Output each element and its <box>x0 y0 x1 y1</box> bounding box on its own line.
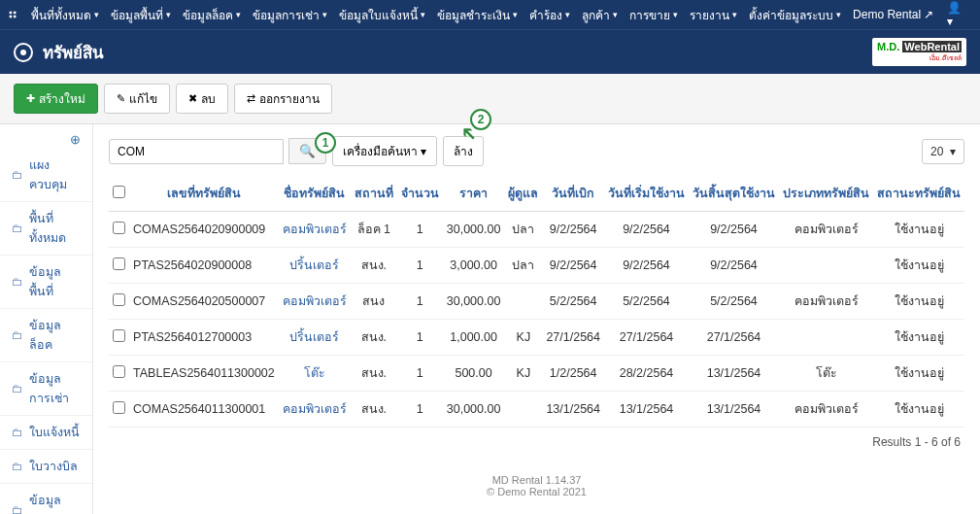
target-icon <box>14 43 33 62</box>
sidebar-item[interactable]: 🗀แผงควบคุม <box>0 149 92 202</box>
col-header[interactable]: สถานะทรัพย์สิน <box>873 176 964 212</box>
cell-type: คอมพิวเตอร์ <box>779 392 873 428</box>
joomla-icon <box>8 8 17 21</box>
cell-date3: 27/1/2564 <box>689 320 779 356</box>
col-header[interactable]: เลขที่ทรัพย์สิน <box>129 176 279 212</box>
cell-asset-name[interactable]: ปริ้นเตอร์ <box>279 320 351 356</box>
search-tools-button[interactable]: เครื่องมือค้นหา ▾ <box>332 136 437 166</box>
sidebar-item[interactable]: 🗀ข้อมูลชำระเงิน <box>0 484 92 514</box>
cell-keeper <box>504 284 542 320</box>
col-header[interactable]: ประเภททรัพย์สิน <box>779 176 873 212</box>
nav-item[interactable]: ข้อมูลพื้นที่▾ <box>105 6 177 24</box>
cell-date3: 9/2/2564 <box>689 248 779 284</box>
row-checkbox[interactable] <box>113 329 125 342</box>
cell-keeper: ปลา <box>504 212 542 248</box>
cell-asset-name[interactable]: โต๊ะ <box>279 356 351 392</box>
nav-item[interactable]: ข้อมูลล็อค▾ <box>177 6 247 24</box>
table-row: PTAS2564012700003ปริ้นเตอร์สนง.11,000.00… <box>109 320 964 356</box>
cell-asset-no: PTAS2564012700003 <box>129 320 279 356</box>
folder-icon: 🗀 <box>12 222 23 235</box>
col-header[interactable]: ผู้ดูแล <box>504 176 542 212</box>
select-all-checkbox[interactable] <box>113 186 125 198</box>
cell-date3: 13/1/2564 <box>689 356 779 392</box>
nav-item[interactable]: พื้นที่ทั้งหมด▾ <box>25 6 105 24</box>
col-header[interactable]: ชื่อทรัพย์สิน <box>279 176 351 212</box>
col-header[interactable]: จำนวน <box>397 176 443 212</box>
cell-status: ใช้งานอยู่ <box>873 392 964 428</box>
cell-date3: 9/2/2564 <box>689 212 779 248</box>
cell-keeper: KJ <box>504 320 542 356</box>
sidebar-item[interactable]: 🗀ข้อมูลการเช่า <box>0 362 92 416</box>
cell-date2: 27/1/2564 <box>604 320 689 356</box>
nav-item[interactable]: คำร้อง▾ <box>524 6 576 24</box>
nav-item[interactable]: ตั้งค่าข้อมูลระบบ▾ <box>743 6 847 24</box>
delete-button[interactable]: ✖ลบ <box>176 84 228 114</box>
cell-date2: 13/1/2564 <box>604 392 689 428</box>
nav-item[interactable]: การขาย▾ <box>624 6 684 24</box>
callout-2: 2 <box>470 109 491 130</box>
col-header[interactable]: ราคา <box>443 176 505 212</box>
title-bar: ทรัพย์สิน M.D. WebRental เอ็ม.ดีเซลล์ <box>0 29 980 74</box>
nav-item[interactable]: ข้อมูลชำระเงิน▾ <box>431 6 524 24</box>
nav-item[interactable]: รายงาน▾ <box>684 6 743 24</box>
col-header[interactable]: วันที่เบิก <box>542 176 604 212</box>
cell-date3: 13/1/2564 <box>689 392 779 428</box>
nav-item[interactable]: ลูกค้า▾ <box>576 6 624 24</box>
cell-location: สนง <box>351 284 397 320</box>
new-button[interactable]: ✚สร้างใหม่ <box>14 84 98 114</box>
cell-location: สนง. <box>351 356 397 392</box>
cell-status: ใช้งานอยู่ <box>873 284 964 320</box>
cell-asset-no: COMAS2564020900009 <box>129 212 279 248</box>
user-menu[interactable]: 👤 ▾ <box>939 1 972 28</box>
plus-icon: ✚ <box>26 92 35 105</box>
row-checkbox[interactable] <box>113 401 125 414</box>
row-checkbox[interactable] <box>113 293 125 306</box>
cell-price: 30,000.00 <box>443 284 505 320</box>
cell-asset-name[interactable]: ปริ้นเตอร์ <box>279 248 351 284</box>
sidebar-item[interactable]: 🗀ข้อมูลล็อค <box>0 309 92 362</box>
main-content: 1 2 ➔ 🔍 เครื่องมือค้นหา ▾ ล้าง 20 ▾ เลขท… <box>93 124 980 514</box>
cell-date1: 9/2/2564 <box>542 248 604 284</box>
filter-bar: 🔍 เครื่องมือค้นหา ▾ ล้าง 20 ▾ <box>109 136 964 166</box>
sidebar-item[interactable]: 🗀ใบวางบิล <box>0 450 92 484</box>
col-header[interactable]: สถานที่ <box>351 176 397 212</box>
row-checkbox[interactable] <box>113 365 125 378</box>
row-checkbox[interactable] <box>113 257 125 270</box>
site-link[interactable]: Demo Rental ↗ <box>847 8 939 21</box>
page-title: ทรัพย์สิน <box>43 39 104 65</box>
row-checkbox[interactable] <box>113 222 125 234</box>
cell-asset-name[interactable]: คอมพิวเตอร์ <box>279 212 351 248</box>
col-header[interactable]: วันที่เริ่มใช้งาน <box>604 176 689 212</box>
export-button[interactable]: ⇄ออกรายงาน <box>234 84 332 114</box>
sidebar-item[interactable]: 🗀ใบแจ้งหนี้ <box>0 416 92 450</box>
footer-copyright: © Demo Rental 2021 <box>109 486 964 497</box>
cell-type <box>779 248 873 284</box>
top-nav: พื้นที่ทั้งหมด▾ข้อมูลพื้นที่▾ข้อมูลล็อค▾… <box>0 0 980 29</box>
cell-price: 3,000.00 <box>443 248 505 284</box>
edit-button[interactable]: ✎แก้ไข <box>104 84 170 114</box>
cell-asset-no: PTAS2564020900008 <box>129 248 279 284</box>
cell-date1: 5/2/2564 <box>542 284 604 320</box>
cell-keeper: KJ <box>504 356 542 392</box>
folder-icon: 🗀 <box>12 460 23 473</box>
nav-item[interactable]: ข้อมูลใบแจ้งหนี้▾ <box>333 6 431 24</box>
cell-date2: 5/2/2564 <box>604 284 689 320</box>
cell-asset-no: COMAS2564011300001 <box>129 392 279 428</box>
cell-asset-name[interactable]: คอมพิวเตอร์ <box>279 392 351 428</box>
sidebar-item[interactable]: 🗀ข้อมูลพื้นที่ <box>0 256 92 309</box>
search-input[interactable] <box>109 139 284 164</box>
cell-type: คอมพิวเตอร์ <box>779 212 873 248</box>
nav-item[interactable]: ข้อมูลการเช่า▾ <box>247 6 333 24</box>
cell-type <box>779 320 873 356</box>
table-row: COMAS2564020500007คอมพิวเตอร์สนง130,000.… <box>109 284 964 320</box>
assets-table: เลขที่ทรัพย์สินชื่อทรัพย์สินสถานที่จำนวน… <box>109 176 964 428</box>
cell-status: ใช้งานอยู่ <box>873 356 964 392</box>
col-header[interactable]: วันสิ้นสุดใช้งาน <box>689 176 779 212</box>
folder-icon: 🗀 <box>12 426 23 439</box>
sidebar-collapse[interactable]: ⊕ <box>0 130 92 149</box>
limit-select[interactable]: 20 ▾ <box>922 139 964 164</box>
cell-asset-name[interactable]: คอมพิวเตอร์ <box>279 284 351 320</box>
cell-qty: 1 <box>397 320 443 356</box>
cell-price: 30,000.00 <box>443 212 505 248</box>
sidebar-item[interactable]: 🗀พื้นที่ทั้งหมด <box>0 202 92 256</box>
